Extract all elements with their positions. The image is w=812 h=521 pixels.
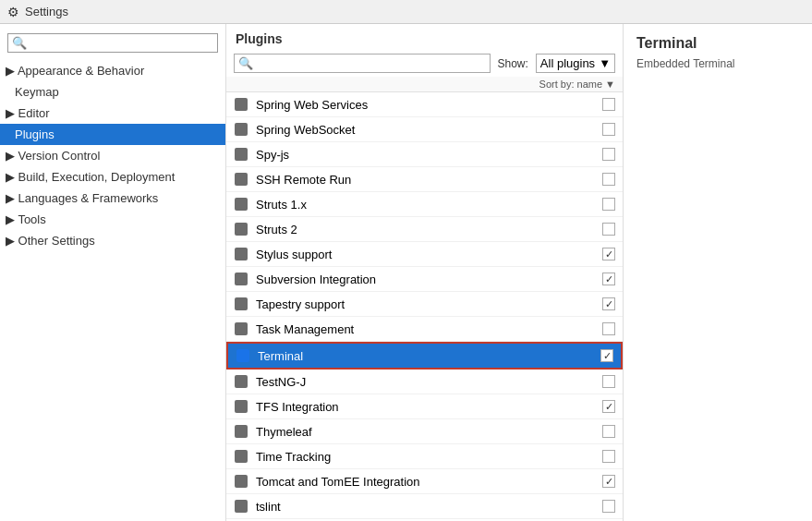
plugin-checkbox-subversion[interactable] — [602, 273, 615, 285]
plugin-name-time-tracking: Time Tracking — [256, 450, 602, 464]
sidebar-item-other[interactable]: ▶ Other Settings — [0, 230, 225, 251]
sidebar-item-keymap[interactable]: Keymap — [0, 81, 225, 103]
sidebar-search-icon: 🔍 — [12, 36, 27, 50]
title-bar: ⚙ Settings — [0, 0, 812, 24]
show-label: Show: — [498, 57, 528, 70]
plugin-checkbox-spy-js[interactable] — [602, 148, 615, 161]
plugin-icon-stylus — [234, 247, 248, 261]
main-container: 🔍 ▶ Appearance & BehaviorKeymap▶ EditorP… — [0, 24, 812, 521]
sidebar-item-versioncontrol[interactable]: ▶ Version Control — [0, 145, 225, 166]
sidebar-item-build[interactable]: ▶ Build, Execution, Deployment — [0, 166, 225, 188]
plugin-name-spring-web: Spring Web Services — [256, 98, 602, 112]
plugin-item-tslint[interactable]: tslint — [226, 494, 623, 519]
plugin-checkbox-struts1[interactable] — [602, 198, 615, 211]
plugin-item-spring-ws[interactable]: Spring WebSocket — [226, 117, 623, 142]
plugin-icon-tomcat — [234, 474, 248, 489]
plugin-checkbox-spring-ws[interactable] — [602, 123, 615, 136]
plugin-item-struts2[interactable]: Struts 2 — [226, 217, 623, 242]
plugin-item-spring-web[interactable]: Spring Web Services — [226, 92, 623, 117]
dropdown-arrow-icon: ▼ — [599, 56, 611, 70]
plugins-search-icon: 🔍 — [238, 56, 253, 70]
plugin-icon-tslint — [234, 499, 248, 514]
plugins-toolbar: 🔍 Show: All plugins ▼ — [226, 50, 623, 77]
plugin-checkbox-struts2[interactable] — [602, 223, 615, 236]
plugin-icon-tapestry — [234, 297, 248, 311]
plugin-checkbox-thymeleaf[interactable] — [602, 425, 615, 438]
plugin-checkbox-tomcat[interactable] — [602, 475, 615, 488]
plugin-name-struts1: Struts 1.x — [256, 198, 602, 212]
plugins-panel: Plugins 🔍 Show: All plugins ▼ Sort by: n… — [226, 24, 624, 521]
plugin-name-subversion: Subversion Integration — [256, 273, 602, 286]
plugin-item-thymeleaf[interactable]: Thymeleaf — [226, 419, 623, 444]
sidebar-items-container: ▶ Appearance & BehaviorKeymap▶ EditorPlu… — [0, 60, 225, 251]
plugin-name-testng: TestNG-J — [256, 375, 602, 389]
plugin-name-spy-js: Spy-js — [256, 148, 602, 162]
plugin-item-tomcat[interactable]: Tomcat and TomEE Integration — [226, 469, 623, 494]
plugin-icon-task-mgmt — [234, 321, 248, 336]
plugin-icon-testng — [234, 374, 248, 389]
sidebar-item-tools[interactable]: ▶ Tools — [0, 209, 225, 230]
plugin-item-struts1[interactable]: Struts 1.x — [226, 192, 623, 217]
plugin-checkbox-ssh-remote[interactable] — [602, 173, 615, 186]
plugin-icon-tfs — [234, 399, 248, 414]
plugin-icon-time-tracking — [234, 449, 248, 464]
plugin-icon-spy-js — [234, 147, 248, 162]
sidebar-item-languages[interactable]: ▶ Languages & Frameworks — [0, 188, 225, 209]
plugin-checkbox-tapestry[interactable] — [602, 297, 615, 310]
plugin-item-ssh-remote[interactable]: SSH Remote Run — [226, 167, 623, 192]
plugin-name-tomcat: Tomcat and TomEE Integration — [256, 475, 602, 489]
sidebar: 🔍 ▶ Appearance & BehaviorKeymap▶ EditorP… — [0, 24, 226, 521]
plugin-checkbox-testng[interactable] — [602, 375, 615, 388]
detail-description: Embedded Terminal — [636, 57, 799, 70]
plugin-item-spy-js[interactable]: Spy-js — [226, 142, 623, 167]
plugin-name-terminal: Terminal — [258, 349, 600, 363]
plugin-item-tfs[interactable]: TFS Integration — [226, 394, 623, 419]
sidebar-item-appearance[interactable]: ▶ Appearance & Behavior — [0, 60, 225, 81]
plugin-icon-spring-ws — [234, 122, 248, 137]
title-bar-text: Settings — [25, 5, 68, 18]
plugin-checkbox-stylus[interactable] — [602, 248, 615, 260]
plugin-item-stylus[interactable]: Stylus support — [226, 242, 623, 267]
plugin-checkbox-task-mgmt[interactable] — [602, 322, 615, 335]
detail-panel: Terminal Embedded Terminal — [624, 24, 812, 521]
plugin-name-ssh-remote: SSH Remote Run — [256, 173, 602, 187]
sidebar-item-editor[interactable]: ▶ Editor — [0, 103, 225, 124]
plugin-checkbox-time-tracking[interactable] — [602, 450, 615, 463]
plugin-icon-struts1 — [234, 197, 248, 212]
plugin-name-task-mgmt: Task Management — [256, 322, 602, 336]
sidebar-search-input[interactable] — [27, 37, 213, 50]
plugin-icon-thymeleaf — [234, 424, 248, 439]
plugin-checkbox-terminal[interactable] — [600, 349, 613, 362]
plugin-icon-subversion — [234, 272, 248, 286]
plugin-icon-struts2 — [234, 222, 248, 236]
plugin-checkbox-spring-web[interactable] — [602, 98, 615, 111]
plugin-item-tapestry[interactable]: Tapestry support — [226, 292, 623, 317]
plugin-item-terminal[interactable]: Terminal — [226, 342, 623, 370]
plugin-item-subversion[interactable]: Subversion Integration — [226, 267, 623, 292]
sidebar-search-box[interactable]: 🔍 — [7, 33, 218, 53]
plugin-checkbox-tfs[interactable] — [602, 400, 615, 413]
detail-title: Terminal — [636, 35, 799, 52]
plugin-name-thymeleaf: Thymeleaf — [256, 425, 602, 439]
sidebar-item-plugins[interactable]: Plugins — [0, 124, 225, 145]
plugins-search-box[interactable]: 🔍 — [234, 54, 491, 73]
plugin-item-task-mgmt[interactable]: Task Management — [226, 317, 623, 342]
plugin-checkbox-tslint[interactable] — [602, 500, 615, 513]
show-dropdown-value: All plugins — [540, 56, 595, 70]
plugin-icon-terminal — [236, 348, 250, 363]
plugin-icon-ssh-remote — [234, 172, 248, 187]
plugins-search-input[interactable] — [253, 57, 486, 70]
plugin-name-tslint: tslint — [256, 500, 602, 514]
plugin-name-struts2: Struts 2 — [256, 223, 602, 236]
plugin-name-spring-ws: Spring WebSocket — [256, 123, 602, 137]
plugin-icon-spring-web — [234, 97, 248, 112]
settings-icon: ⚙ — [7, 5, 19, 19]
show-dropdown[interactable]: All plugins ▼ — [536, 54, 615, 73]
plugin-item-time-tracking[interactable]: Time Tracking — [226, 444, 623, 469]
plugin-name-tapestry: Tapestry support — [256, 297, 602, 311]
sort-bar[interactable]: Sort by: name ▼ — [226, 77, 623, 92]
plugin-list: Spring Web ServicesSpring WebSocketSpy-j… — [226, 92, 623, 521]
plugin-item-testng[interactable]: TestNG-J — [226, 370, 623, 394]
main-content: Plugins 🔍 Show: All plugins ▼ Sort by: n… — [226, 24, 812, 521]
plugin-name-stylus: Stylus support — [256, 248, 602, 261]
